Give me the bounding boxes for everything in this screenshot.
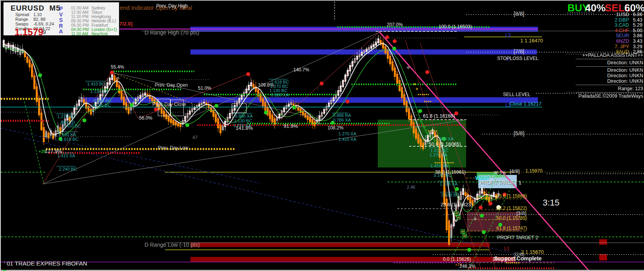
indicator-lines-layer bbox=[1, 1, 644, 271]
session-row: 12:30 AMTokyo bbox=[71, 10, 117, 14]
w-signal-icon: W bbox=[454, 211, 459, 215]
strength-row: 1USD6.86 bbox=[615, 12, 642, 18]
chart-label: Prev. Day Close bbox=[152, 102, 186, 107]
chart-label: 23.6 (1.15868) bbox=[496, 194, 527, 199]
chart-label: L1 bbox=[504, 246, 509, 251]
chart-label: ' 01 TRADE EXPRES FIBOFAN bbox=[4, 260, 87, 267]
chart-label: 1.618 BC bbox=[60, 137, 79, 142]
chart-label: 1.270 BC bbox=[57, 115, 75, 119]
buy-percent: 40% bbox=[585, 2, 606, 14]
session-row: 05:30 PMFrankfurt bbox=[71, 23, 117, 27]
stat-row: Spread1.10 bbox=[15, 12, 42, 17]
assistant-copyright: PalladaSE.©2009 TradeWays bbox=[576, 93, 643, 99]
chart-label: 61.8 (1.15747) bbox=[496, 226, 527, 231]
strength-row: 4.CHF5.00 bbox=[615, 28, 642, 34]
chart-label: 1.410 XA bbox=[338, 137, 356, 142]
chart-label: PROFIT TARGET 1 bbox=[480, 180, 521, 186]
assistant-title: ++PALLADA ASSISTANT++ bbox=[576, 53, 643, 58]
chart-label: [7/8] bbox=[514, 49, 524, 55]
chart-label: D Range Low (-10 pts) bbox=[145, 242, 200, 248]
symbol-info-panel: EURUSD M5 Spread1.10Range82, 88Swaps-6.6… bbox=[3, 2, 119, 36]
assistant-directions: Direction: UNKNDirection: UNKNDirection:… bbox=[576, 67, 643, 84]
session-times: 01:30 AMSydney12:30 AMTokyo11:30 PMHongK… bbox=[71, 5, 117, 36]
stat-row: Range82, 88 bbox=[15, 17, 46, 22]
currency-strength-meter: 1USD6.862.GBP5.433.CAD5.294.CHF5.005EUR3… bbox=[615, 12, 642, 55]
chart-label: 1.410 BC bbox=[63, 124, 81, 129]
session-row: 01:30 AMSydney bbox=[71, 5, 117, 10]
chart-label: 1.130 XA bbox=[58, 133, 76, 137]
pallada-assistant-panel: ++PALLADA ASSISTANT++ Direction: UNKN Di… bbox=[576, 53, 643, 99]
chart-label: Support Complete bbox=[494, 256, 542, 262]
strength-row: 6NZD3.43 bbox=[615, 39, 642, 44]
chart-label: 55.4% bbox=[111, 65, 124, 70]
chart-label: 246.3% bbox=[459, 264, 476, 269]
strength-row: 5EUR3.86 bbox=[615, 33, 642, 39]
chart-label: 141.8% bbox=[236, 125, 253, 131]
chart-label: 3.618 BC bbox=[441, 193, 459, 198]
chart-label: 1.15970 bbox=[525, 169, 542, 174]
chart-label: 1.410 XA bbox=[436, 137, 454, 142]
session-row: 11:30 PMHongKong bbox=[71, 14, 117, 18]
chart-label: .67 bbox=[192, 135, 198, 140]
chart-label: 0.786 BC bbox=[93, 103, 111, 108]
assistant-direction: Direction: UNKN bbox=[576, 60, 643, 65]
strength-row: 7. JPY3.29 bbox=[615, 44, 642, 50]
session-row: 11:30 AMNewYork bbox=[71, 31, 117, 36]
session-row: 06:30 PMHelsinki (B,L) bbox=[71, 18, 117, 23]
w-signal-icon: W bbox=[456, 215, 461, 220]
chart-label: Close 1.16217 bbox=[510, 102, 542, 107]
chart-label: L3 bbox=[505, 33, 510, 38]
chart-label: 207.0% bbox=[387, 22, 403, 27]
chart-label: Prev. Day Low bbox=[158, 146, 188, 151]
chart-label: SELL LEVEL bbox=[503, 92, 531, 97]
chart-label: 1.618 XA bbox=[440, 182, 457, 187]
chart-label: 61.8 (1.16168) bbox=[423, 114, 455, 119]
chart-label: Prev. Day High bbox=[156, 4, 188, 9]
chart-label: [4/8] bbox=[510, 169, 520, 174]
chart-label: 3:15 bbox=[543, 198, 560, 207]
chart-label: 1.270 XA bbox=[338, 132, 356, 136]
chart-label: 1.130 XA bbox=[90, 89, 108, 94]
divider bbox=[576, 92, 643, 93]
divider bbox=[576, 59, 643, 59]
assistant-direction: Direction: UNKN bbox=[576, 73, 643, 78]
chart-label: 0.886 XA bbox=[271, 93, 289, 98]
assistant-direction: Direction: UNKN bbox=[576, 78, 643, 84]
assistant-range: Range: 123 bbox=[576, 86, 643, 91]
cursor-diamond-icon: ✧ bbox=[473, 216, 478, 222]
chart-label: 1 1.16470 bbox=[520, 38, 543, 44]
chart-label: STOPLOSS LEVEL bbox=[497, 56, 538, 61]
chart-label: 0.0 (1.15626) bbox=[443, 257, 471, 262]
chart-label: 50.0 (1.16065) bbox=[429, 142, 461, 147]
chart-label: 51.0% bbox=[198, 86, 211, 91]
assistant-direction: Direction: UNKN bbox=[576, 67, 643, 73]
w-signal-icon: W bbox=[463, 234, 467, 238]
chart-label: 23.6 (1.15823) bbox=[441, 202, 472, 207]
symbol-title: EURUSD M5 bbox=[11, 4, 60, 13]
chart-label: 1.270 XA bbox=[430, 153, 447, 158]
x-mark-icon: ✕ bbox=[415, 87, 419, 91]
stat-row: Swaps-6.69, 0.24 bbox=[15, 22, 54, 26]
chart-label: 2.240 BC bbox=[59, 167, 77, 172]
chart-label: 1.130 BC bbox=[234, 119, 252, 124]
x-mark-icon: ✕ bbox=[413, 82, 416, 86]
divider bbox=[576, 66, 643, 67]
chart-label: 3.140 BC bbox=[434, 173, 452, 178]
cursor-diamond-icon: ✧ bbox=[406, 65, 410, 71]
chart-label: 56.0% bbox=[139, 116, 152, 121]
chart-label: 7/2.0] bbox=[119, 21, 132, 27]
price-pipette: 9 bbox=[43, 29, 46, 35]
divider bbox=[576, 85, 643, 85]
chart-label: 91.9% bbox=[284, 124, 298, 129]
strength-row: 3.CAD5.29 bbox=[615, 23, 642, 28]
chart-label: 0.786 XA bbox=[333, 118, 351, 123]
chart-label: 1.410 XA bbox=[57, 154, 75, 158]
chart-label: 2 1.15670 bbox=[521, 249, 544, 255]
pvsra-label: PVSRA bbox=[59, 6, 63, 35]
chart-label: [8/8] bbox=[514, 11, 524, 17]
chart-label: 140.7% bbox=[293, 67, 309, 73]
chart-canvas[interactable]: WWWW✧✧✧◁✕✕ end Indicator Open by IdealPr… bbox=[0, 0, 644, 271]
chart-label: 2.46 bbox=[407, 185, 415, 190]
session-row: 04:30 PMLondon (G+1) bbox=[71, 27, 117, 31]
chart-label: 0.886 XA bbox=[235, 114, 252, 119]
